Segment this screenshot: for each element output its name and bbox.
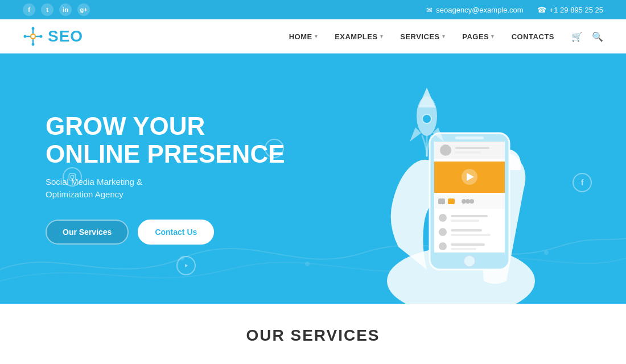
our-services-button[interactable]: Our Services <box>46 220 129 245</box>
svg-point-41 <box>470 199 474 204</box>
svg-rect-49 <box>451 234 491 236</box>
hero-content: GROW YOUR ONLINE PRESENCE Social Media M… <box>0 113 285 245</box>
svg-rect-45 <box>451 220 479 222</box>
svg-point-39 <box>462 199 466 204</box>
twitter-icon[interactable]: t <box>41 3 53 16</box>
googleplus-icon[interactable]: g+ <box>77 3 90 16</box>
nav-services[interactable]: SERVICES ▾ <box>400 32 445 41</box>
svg-rect-38 <box>448 198 455 204</box>
email-info: ✉ seoagency@example.com <box>426 6 523 14</box>
nav-contacts[interactable]: CONTACTS <box>512 32 554 41</box>
social-icons: f t in g+ <box>23 3 90 16</box>
top-bar: f t in g+ ✉ seoagency@example.com ☎ +1 2… <box>0 0 626 19</box>
pages-arrow: ▾ <box>491 34 495 39</box>
examples-arrow: ▾ <box>380 34 384 39</box>
hero-section: f t GROW YOUR ONLINE PRESENCE Social Med… <box>0 53 626 304</box>
contact-us-button[interactable]: Contact Us <box>138 220 214 245</box>
svg-rect-31 <box>455 147 489 149</box>
hero-subtitle: Social Media Marketing &Optimization Age… <box>46 176 285 201</box>
svg-point-40 <box>466 199 470 204</box>
logo-icon <box>23 26 43 47</box>
svg-point-1 <box>31 35 35 38</box>
hero-youtube-icon <box>176 256 196 275</box>
phone-info: ☎ +1 29 895 25 25 <box>537 6 603 14</box>
logo-text: SEO <box>48 27 83 46</box>
svg-point-51 <box>439 242 447 250</box>
home-arrow: ▾ <box>315 34 318 39</box>
nav-pages[interactable]: PAGES ▾ <box>462 32 495 41</box>
email-icon: ✉ <box>426 6 433 14</box>
hero-buttons: Our Services Contact Us <box>46 220 285 245</box>
contact-info: ✉ seoagency@example.com ☎ +1 29 895 25 2… <box>426 6 603 14</box>
navbar: SEO HOME ▾ EXAMPLES ▾ SERVICES ▾ PAGES ▾… <box>0 19 626 53</box>
svg-point-6 <box>32 27 35 30</box>
svg-point-7 <box>32 43 35 46</box>
search-icon[interactable]: 🔍 <box>592 31 603 42</box>
facebook-icon[interactable]: f <box>23 3 35 16</box>
svg-rect-52 <box>451 243 485 246</box>
svg-rect-32 <box>455 151 481 154</box>
svg-point-21 <box>422 114 431 123</box>
svg-point-28 <box>464 255 475 267</box>
nav-icons: 🛒 🔍 <box>571 31 603 42</box>
svg-marker-18 <box>185 264 188 267</box>
nav-examples[interactable]: EXAMPLES ▾ <box>335 32 383 41</box>
svg-marker-20 <box>418 88 435 107</box>
nav-home[interactable]: HOME ▾ <box>289 32 318 41</box>
logo[interactable]: SEO <box>23 26 83 47</box>
rocket-icon <box>404 82 450 162</box>
svg-rect-27 <box>455 136 484 139</box>
nav-menu: HOME ▾ EXAMPLES ▾ SERVICES ▾ PAGES ▾ CON… <box>289 31 603 42</box>
services-title: OUR SERVICES <box>0 326 626 345</box>
svg-point-8 <box>24 35 27 38</box>
services-arrow: ▾ <box>442 34 446 39</box>
svg-point-12 <box>305 262 310 266</box>
services-section: OUR SERVICES <box>0 304 626 356</box>
phone-illustration <box>341 65 580 304</box>
svg-rect-48 <box>451 229 482 231</box>
svg-rect-44 <box>451 215 488 217</box>
svg-point-9 <box>40 35 43 38</box>
svg-rect-53 <box>451 248 476 250</box>
phone-number: +1 29 895 25 25 <box>550 6 603 14</box>
phone-icon: ☎ <box>537 6 546 14</box>
svg-rect-37 <box>438 198 445 204</box>
cart-icon[interactable]: 🛒 <box>571 31 583 42</box>
hero-title: GROW YOUR ONLINE PRESENCE <box>46 113 285 168</box>
svg-point-43 <box>439 214 447 222</box>
email-address: seoagency@example.com <box>436 6 523 14</box>
linkedin-icon[interactable]: in <box>59 3 72 16</box>
svg-point-47 <box>439 228 447 236</box>
